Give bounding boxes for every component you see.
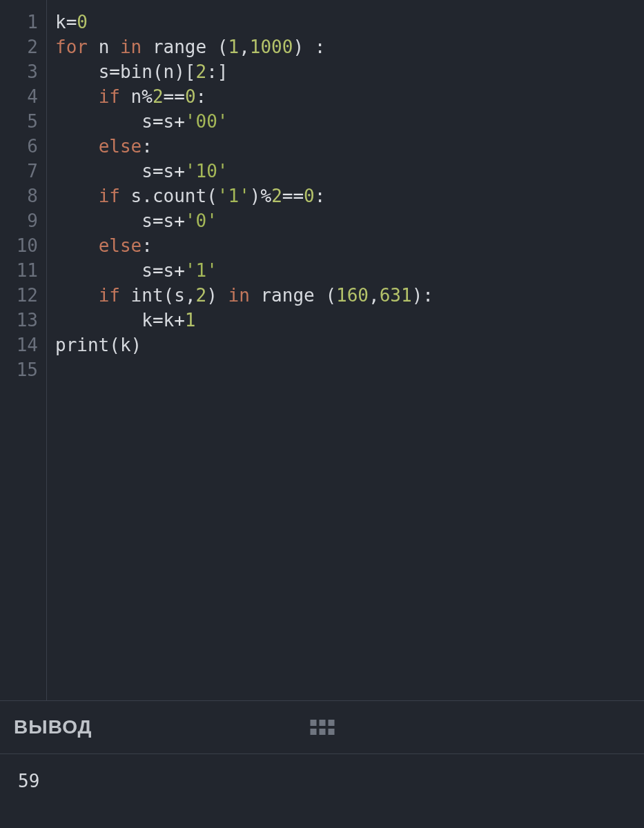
drag-handle-icon[interactable] [310, 720, 334, 735]
line-number: 12 [0, 283, 38, 308]
code-line[interactable]: if s.count('1')%2==0: [55, 184, 644, 208]
line-number: 14 [0, 333, 38, 357]
line-number: 11 [0, 258, 38, 283]
output-value: 59 [0, 754, 644, 828]
line-number: 10 [0, 233, 38, 258]
line-number-gutter: 123456789101112131415 [0, 0, 47, 700]
line-number: 1 [0, 10, 38, 34]
code-line[interactable]: s=bin(n)[2:] [55, 59, 644, 84]
line-number: 8 [0, 184, 38, 208]
output-panel: ВЫВОД 59 [0, 700, 644, 828]
code-line[interactable]: s=s+'10' [55, 159, 644, 184]
code-line[interactable]: if n%2==0: [55, 84, 644, 109]
code-line[interactable]: if int(s,2) in range (160,631): [55, 283, 644, 308]
code-line[interactable]: else: [55, 134, 644, 159]
code-line[interactable]: else: [55, 233, 644, 258]
code-line[interactable]: s=s+'0' [55, 208, 644, 233]
line-number: 9 [0, 208, 38, 233]
output-header: ВЫВОД [0, 701, 644, 754]
output-title: ВЫВОД [14, 716, 92, 738]
code-line[interactable]: k=0 [55, 10, 644, 34]
code-editor[interactable]: 123456789101112131415 k=0for n in range … [0, 0, 644, 700]
code-area[interactable]: k=0for n in range (1,1000) : s=bin(n)[2:… [47, 0, 644, 700]
code-line[interactable]: s=s+'1' [55, 258, 644, 283]
line-number: 15 [0, 357, 38, 382]
code-line[interactable]: k=k+1 [55, 308, 644, 333]
code-line[interactable]: s=s+'00' [55, 109, 644, 134]
line-number: 13 [0, 308, 38, 333]
line-number: 2 [0, 34, 38, 59]
code-line[interactable]: for n in range (1,1000) : [55, 34, 644, 59]
code-line[interactable]: print(k) [55, 333, 644, 357]
line-number: 5 [0, 109, 38, 134]
code-line[interactable] [55, 357, 644, 382]
line-number: 3 [0, 59, 38, 84]
line-number: 4 [0, 84, 38, 109]
line-number: 6 [0, 134, 38, 159]
line-number: 7 [0, 159, 38, 184]
